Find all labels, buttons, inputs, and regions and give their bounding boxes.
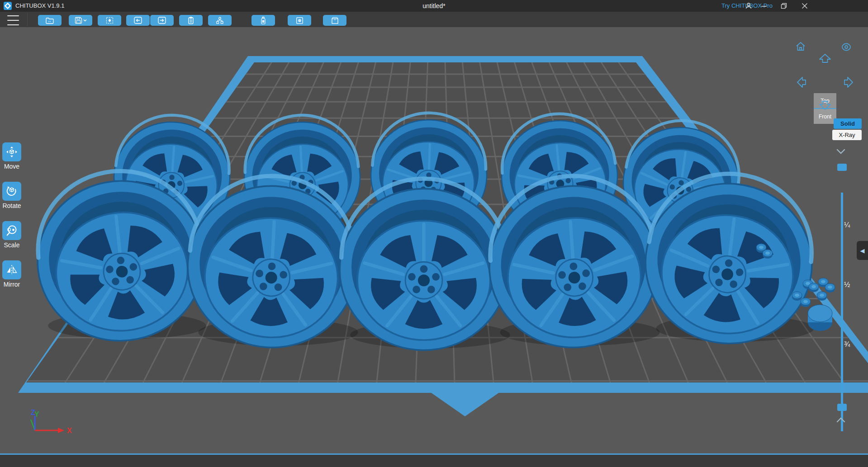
arrow-down-icon	[818, 100, 832, 110]
move-tool-label: Move	[0, 163, 24, 170]
arrow-left-icon	[796, 75, 807, 90]
slider-label-three-quarter: ¾	[844, 340, 859, 349]
slider-step-down-button[interactable]	[835, 148, 846, 156]
slider-label-quarter: ¼	[844, 221, 859, 229]
close-button[interactable]	[797, 0, 812, 12]
status-bar	[0, 455, 868, 467]
delete-model-icon	[105, 16, 114, 24]
move-tool-button[interactable]	[2, 142, 21, 161]
scale-tool-button[interactable]	[2, 221, 21, 240]
render-mode-solid[interactable]: Solid	[834, 118, 862, 129]
slider-label-half: ½	[844, 281, 859, 289]
slice-slider-handle-bottom[interactable]	[837, 404, 847, 411]
chitubox-window: { "title_bar": { "app_title": "CHITUBOX …	[0, 0, 868, 467]
restore-button[interactable]	[776, 0, 792, 12]
minimize-button[interactable]	[756, 0, 772, 12]
copy-button[interactable]	[179, 15, 203, 26]
expand-panel-tab[interactable]: ◀	[857, 241, 868, 260]
mirror-tool-label: Mirror	[0, 281, 24, 288]
chevron-up-icon	[835, 417, 846, 423]
rotate-icon	[5, 185, 18, 198]
restore-icon	[781, 3, 787, 9]
rotate-tool-label: Rotate	[0, 202, 24, 209]
mirror-tool-button[interactable]	[2, 260, 21, 279]
copy-icon	[187, 16, 195, 25]
axis-indicator: YZX	[31, 409, 72, 434]
dig-hole-button[interactable]	[323, 15, 346, 26]
close-icon	[802, 3, 808, 9]
main-toolbar	[0, 12, 868, 28]
open-folder-icon	[45, 17, 54, 24]
triangle-left-icon: ◀	[860, 247, 865, 254]
delete-model-button[interactable]	[98, 15, 121, 26]
rotate-view-up-button[interactable]	[818, 53, 832, 65]
user-icon	[745, 2, 752, 9]
save-icon	[74, 16, 87, 24]
auto-layout-icon	[215, 16, 224, 25]
hollow-button[interactable]	[288, 15, 311, 26]
hollow-icon	[295, 16, 304, 25]
slice-slider-track[interactable]	[841, 193, 843, 431]
scale-tool-label: Scale	[0, 241, 24, 249]
open-file-button[interactable]	[38, 15, 62, 26]
resin-bottle-icon	[260, 16, 267, 25]
rotate-view-down-button[interactable]	[818, 100, 832, 112]
move-icon	[5, 146, 18, 158]
undo-icon	[133, 16, 142, 24]
account-button[interactable]	[741, 0, 756, 12]
visibility-button[interactable]	[840, 42, 852, 54]
mirror-icon	[5, 264, 18, 276]
viewport-3d[interactable]: YZX Move Rotate Scale Mirror	[0, 27, 868, 453]
svg-text:Z: Z	[31, 409, 35, 416]
svg-text:X: X	[67, 427, 72, 434]
home-icon	[795, 41, 806, 52]
chevron-down-icon	[835, 148, 846, 155]
model-wheel[interactable]	[340, 179, 508, 350]
slider-step-up-button[interactable]	[835, 417, 846, 425]
render-mode-xray[interactable]: X-Ray	[832, 130, 862, 140]
toolbar-divider	[27, 13, 28, 26]
arrow-up-icon	[818, 53, 832, 63]
scene-canvas[interactable]: YZX	[0, 27, 868, 453]
redo-button[interactable]	[150, 15, 174, 26]
redo-icon	[157, 16, 166, 24]
title-bar: CHITUBOX V1.9.1 untitled* Try CHITUBOX P…	[0, 0, 868, 12]
save-button[interactable]	[69, 15, 92, 26]
scale-icon	[5, 224, 18, 237]
eye-icon	[840, 42, 852, 52]
home-view-button[interactable]	[795, 41, 806, 54]
auto-layout-button[interactable]	[208, 15, 232, 26]
rotate-tool-button[interactable]	[2, 182, 21, 201]
package-icon	[331, 16, 339, 25]
rotate-view-right-button[interactable]	[843, 75, 854, 91]
undo-button[interactable]	[126, 15, 150, 26]
resin-button[interactable]	[251, 15, 275, 26]
slice-slider-handle-top[interactable]	[837, 164, 847, 171]
arrow-right-icon	[843, 75, 854, 90]
menu-button[interactable]	[7, 14, 19, 26]
rotate-view-left-button[interactable]	[796, 75, 807, 91]
minimize-icon	[761, 3, 767, 9]
